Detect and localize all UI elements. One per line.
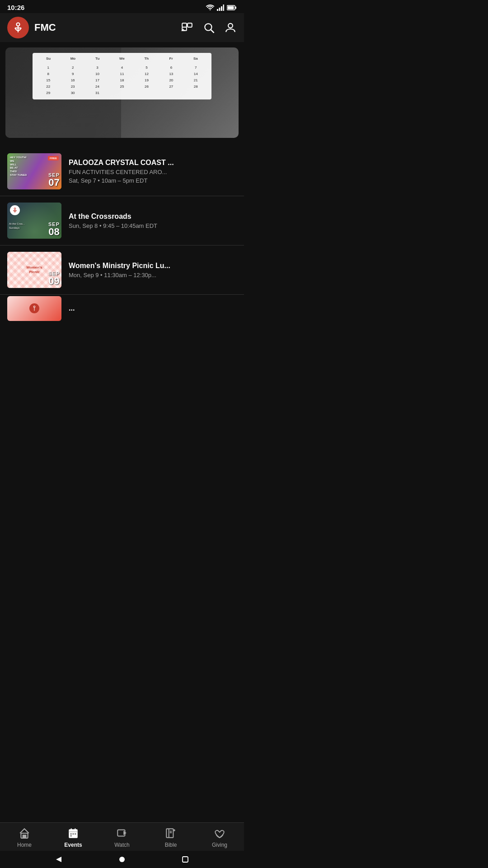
event-title-picnic: Women's Ministry Picnic Lu...	[69, 262, 237, 270]
svg-point-16	[14, 208, 16, 210]
partial-info: ...	[69, 304, 237, 312]
event-item-palooza[interactable]: HEY YOUTH!WEWILLBE ATTHIS!STAY TUNED FRE…	[0, 147, 244, 196]
crossroads-date-badge: SEP 08	[48, 222, 60, 237]
svg-line-14	[211, 30, 214, 33]
svg-rect-0	[217, 9, 218, 11]
svg-rect-1	[219, 8, 221, 11]
event-item-picnic[interactable]: Women'sPicnic SEP 09 Women's Ministry Pi…	[0, 245, 244, 295]
battery-icon	[227, 5, 237, 10]
svg-rect-5	[235, 6, 237, 9]
event-title-crossroads: At the Crossroads	[69, 212, 237, 221]
event-item-partial[interactable]: ...	[0, 295, 244, 322]
event-title-palooza: PALOOZA CRYSTAL COAST ...	[69, 159, 237, 167]
calendar-banner[interactable]: Su Mo Tu We Th Fr Sa 1234567 89101112131…	[5, 47, 239, 138]
svg-rect-6	[228, 6, 234, 9]
app-logo[interactable]	[7, 17, 29, 38]
svg-point-7	[17, 23, 20, 26]
partial-thumb	[7, 296, 61, 321]
anchor-icon	[12, 21, 24, 34]
app-title: FMC	[34, 22, 181, 33]
event-desc-palooza: FUN ACTIVITIES CENTERED ARO...	[69, 169, 237, 175]
header-icons	[181, 21, 237, 34]
picnic-date-badge: SEP 09	[48, 271, 60, 286]
chat-icon[interactable]	[181, 21, 193, 34]
partial-logo	[29, 303, 39, 313]
event-info-picnic: Women's Ministry Picnic Lu... Mon, Sep 9…	[69, 262, 237, 278]
signal-icon	[217, 5, 224, 11]
svg-rect-3	[223, 5, 225, 11]
search-icon[interactable]	[202, 21, 215, 34]
svg-rect-10	[182, 23, 187, 27]
partial-title: ...	[69, 304, 237, 312]
wifi-icon	[206, 5, 214, 11]
event-time-picnic: Mon, Sep 9 • 11:30am – 12:30p...	[69, 272, 237, 278]
svg-point-15	[228, 24, 233, 28]
events-list: HEY YOUTH!WEWILLBE ATTHIS!STAY TUNED FRE…	[0, 143, 244, 326]
banner-desk	[5, 93, 96, 138]
calendar-grid: 1234567 891011121314 15161718192021 2223…	[36, 62, 208, 96]
app-header: FMC	[0, 13, 244, 42]
svg-rect-2	[221, 6, 222, 11]
status-bar: 10:26	[0, 0, 244, 13]
event-item-crossroads[interactable]: At the Cros...Sundays SEP 08 At the Cros…	[0, 196, 244, 245]
event-thumb-crossroads: At the Cros...Sundays SEP 08	[7, 203, 61, 239]
profile-icon[interactable]	[224, 21, 237, 34]
event-thumb-picnic: Women'sPicnic SEP 09	[7, 252, 61, 288]
palooza-date-badge: SEP 07	[48, 172, 60, 188]
calendar-overlay: Su Mo Tu We Th Fr Sa 1234567 89101112131…	[33, 53, 211, 99]
status-time: 10:26	[7, 4, 24, 11]
event-info-crossroads: At the Crossroads Sun, Sep 8 • 9:45 – 10…	[69, 212, 237, 229]
status-icons	[206, 5, 237, 11]
event-info-palooza: PALOOZA CRYSTAL COAST ... FUN ACTIVITIES…	[69, 159, 237, 184]
svg-rect-11	[188, 23, 192, 27]
crossroads-thumb-logo	[10, 205, 20, 215]
event-time-palooza: Sat, Sep 7 • 10am – 5pm EDT	[69, 177, 237, 184]
event-thumb-palooza: HEY YOUTH!WEWILLBE ATTHIS!STAY TUNED FRE…	[7, 153, 61, 189]
calendar-header: Su Mo Tu We Th Fr Sa	[36, 57, 208, 61]
svg-point-19	[33, 306, 35, 308]
event-time-crossroads: Sun, Sep 8 • 9:45 – 10:45am EDT	[69, 222, 237, 229]
